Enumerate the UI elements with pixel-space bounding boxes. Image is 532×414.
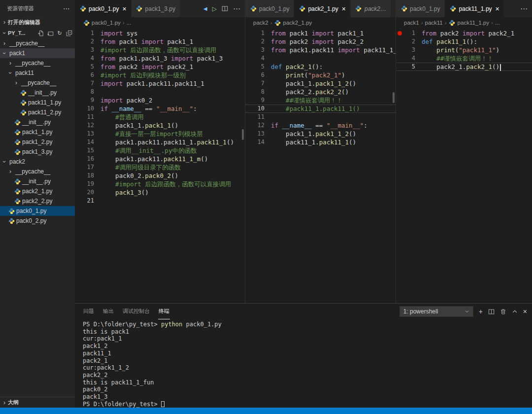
code-line[interactable]: 3from pack1.pack11 import pack11_1_1 <box>245 46 396 54</box>
panel-tab-终端[interactable]: 终端 <box>158 304 170 319</box>
code-editor[interactable]: 1from pack2 import pack2_12def pack11_1(… <box>396 28 532 303</box>
breadcrumb-item[interactable]: pack11_1.py <box>458 20 489 26</box>
collapse-folders-icon[interactable] <box>65 29 73 37</box>
refresh-explorer-icon[interactable]: ↻ <box>56 29 64 37</box>
new-file-icon[interactable] <box>37 29 45 37</box>
more-actions-icon[interactable]: ⋯ <box>520 4 528 13</box>
more-actions-icon[interactable]: ⋯ <box>63 4 70 12</box>
code-line[interactable]: 19 #import 后边跟函数，函数可以直接调用 <box>75 180 245 188</box>
tree-folder-__pycache__[interactable]: ›__pycache__ <box>0 78 75 88</box>
terminal-output[interactable]: PS D:\folder\py_test> python pack0_1.pyt… <box>75 319 532 408</box>
code-line[interactable]: 5from pack2 import pack2_1 <box>75 63 245 71</box>
tab-pack0_1.py[interactable]: pack0_1.py× <box>75 0 132 17</box>
code-line[interactable]: 20 pack1_3() <box>75 188 245 197</box>
close-panel-icon[interactable]: × <box>523 308 527 315</box>
breadcrumb-item[interactable]: pack11 <box>425 20 443 26</box>
tree-file-pack11_2.py[interactable]: pack11_2.py <box>0 107 75 117</box>
breadcrumb-item[interactable]: pack2_1.py <box>283 20 312 26</box>
code-line[interactable]: 12if __name__ == "__main__": <box>245 121 396 130</box>
open-editors-section[interactable]: › 打开的编辑器 <box>0 17 75 28</box>
tab-pack1_3.py[interactable]: pack1_3.py <box>132 0 180 17</box>
split-terminal-icon[interactable] <box>488 309 495 315</box>
code-line[interactable]: 4 <box>245 54 396 63</box>
panel-tab-调试控制台[interactable]: 调试控制台 <box>122 304 150 319</box>
maximize-panel-icon[interactable] <box>512 309 518 314</box>
tree-folder-pack11[interactable]: ›pack11 <box>0 68 75 78</box>
code-line[interactable]: 21 <box>75 197 245 205</box>
code-line[interactable]: 18 pack0_2.pack0_2() <box>75 172 245 180</box>
tab-pack2…[interactable]: pack2… <box>351 0 391 17</box>
tab-pack2_1.py[interactable]: pack2_1.py× <box>294 0 351 17</box>
close-tab-icon[interactable]: × <box>496 5 499 12</box>
code-line[interactable]: 5def pack2_1(): <box>245 63 396 71</box>
code-line[interactable]: 13 pack1_1.pack1_1_2() <box>245 130 396 138</box>
code-line[interactable]: 2from pack1 import pack1_1 <box>75 37 245 46</box>
tab-pack11_1.py[interactable]: pack11_1.py× <box>445 0 504 17</box>
more-actions-icon[interactable]: ⋯ <box>233 4 240 13</box>
code-line[interactable]: 6 print("pack2_1") <box>245 71 396 79</box>
tree-file-__init__.py[interactable]: __init__.py <box>0 117 75 127</box>
tree-file-pack11_1.py[interactable]: pack11_1.py <box>0 98 75 107</box>
tree-folder-pack2[interactable]: ›pack2 <box>0 157 75 167</box>
new-terminal-icon[interactable]: + <box>479 308 483 315</box>
panel-tab-问题[interactable]: 问题 <box>83 304 95 319</box>
tree-file-pack0_2.py[interactable]: pack0_2.py <box>0 216 75 226</box>
tree-file-pack2_1.py[interactable]: pack2_1.py <box>0 186 75 196</box>
code-line[interactable]: 17 #调用同级目录下的函数 <box>75 163 245 172</box>
tree-folder-__pycache__[interactable]: ›__pycache__ <box>0 167 75 176</box>
code-line[interactable]: 1from pack1 import pack1_1 <box>245 29 396 37</box>
code-line[interactable]: 1from pack2 import pack2_1 <box>396 29 532 37</box>
breakpoint-gutter[interactable] <box>396 31 403 35</box>
code-line[interactable]: 7import pack1.pack11.pack11_1 <box>75 79 245 88</box>
editor-scrollbar[interactable] <box>393 92 395 103</box>
code-line[interactable]: 10 #pack11_1.pack11_1() <box>245 104 396 113</box>
tree-folder-pack1[interactable]: ›pack1 <box>0 48 75 58</box>
workspace-section[interactable]: › PY_T... ↻ <box>0 28 75 38</box>
split-editor-icon[interactable] <box>222 5 228 12</box>
nav-back-icon[interactable]: ◀ <box>203 6 207 11</box>
code-line[interactable]: 4 ##谨慎嵌套调用！！ <box>396 54 532 63</box>
close-tab-icon[interactable]: × <box>342 5 346 12</box>
outline-section[interactable]: › 大纲 <box>0 397 75 408</box>
code-line[interactable]: 9import pack0_2 <box>75 96 245 104</box>
code-line[interactable]: 8 <box>75 88 245 96</box>
tree-file-__init__.py[interactable]: __init__.py <box>0 176 75 186</box>
code-line[interactable]: 3 print("pack11_1") <box>396 46 532 54</box>
run-python-icon[interactable]: ▷ <box>212 5 217 12</box>
code-line[interactable]: 5 pack2_1.pack2_1() <box>396 63 532 71</box>
breadcrumb-item[interactable]: ... <box>495 20 500 26</box>
kill-terminal-icon[interactable] <box>500 309 506 315</box>
breadcrumb-item[interactable]: ... <box>127 20 132 26</box>
code-line[interactable]: 3#import 后边跟函数，函数可以直接调用 <box>75 46 245 54</box>
tree-folder-__pycache__[interactable]: ›__pycache__ <box>0 58 75 68</box>
code-line[interactable]: 11 #普通调用 <box>75 113 245 121</box>
tab-pack0_1.py[interactable]: pack0_1.py <box>396 0 445 17</box>
new-folder-icon[interactable] <box>46 29 54 37</box>
tree-file-pack1_3.py[interactable]: pack1_3.py <box>0 147 75 157</box>
code-editor[interactable]: 1import sys2from pack1 import pack1_13#i… <box>75 28 245 303</box>
code-line[interactable]: 1import sys <box>75 29 245 37</box>
tree-file-pack1_2.py[interactable]: pack1_2.py <box>0 137 75 147</box>
panel-tab-输出[interactable]: 输出 <box>102 304 114 319</box>
code-line[interactable]: 15 #调用__init__.py中的函数 <box>75 146 245 155</box>
code-line[interactable]: 14 pack1.pack11.pack11_1.pack11_1() <box>75 138 245 146</box>
breadcrumb-item[interactable]: pack1 <box>404 20 419 26</box>
breadcrumb-item[interactable]: pack2 <box>253 20 268 26</box>
code-line[interactable]: 14 pack11_1.pack11_1() <box>245 138 396 146</box>
code-line[interactable]: 12 pack1_1.pack1_1() <box>75 121 245 130</box>
code-line[interactable]: 2def pack11_1(): <box>396 37 532 46</box>
breadcrumb-item[interactable]: pack0_1.py <box>92 20 121 26</box>
tree-folder-__pycache__[interactable]: ›__pycache__ <box>0 38 75 48</box>
code-line[interactable]: 16 pack1.pack11.pack11_1_m() <box>75 155 245 163</box>
tree-file-pack2_2.py[interactable]: pack2_2.py <box>0 196 75 206</box>
code-line[interactable]: 13 #直接一层一层import到模块层 <box>75 130 245 138</box>
code-line[interactable]: 2from pack2 import pack2_2 <box>245 37 396 46</box>
code-editor[interactable]: 1from pack1 import pack1_12from pack2 im… <box>245 28 396 303</box>
close-tab-icon[interactable]: × <box>122 5 126 12</box>
tree-file-pack0_1.py[interactable]: pack0_1.py <box>0 206 75 216</box>
code-line[interactable]: 6#import 后边到模块那一级别 <box>75 71 245 79</box>
terminal-shell-select[interactable]: 1: powershell <box>399 306 473 317</box>
tree-file-pack1_1.py[interactable]: pack1_1.py <box>0 127 75 137</box>
code-line[interactable]: 7 pack1_1.pack1_1_2() <box>245 79 396 88</box>
code-line[interactable]: 9 ##谨慎嵌套调用！！ <box>245 96 396 104</box>
